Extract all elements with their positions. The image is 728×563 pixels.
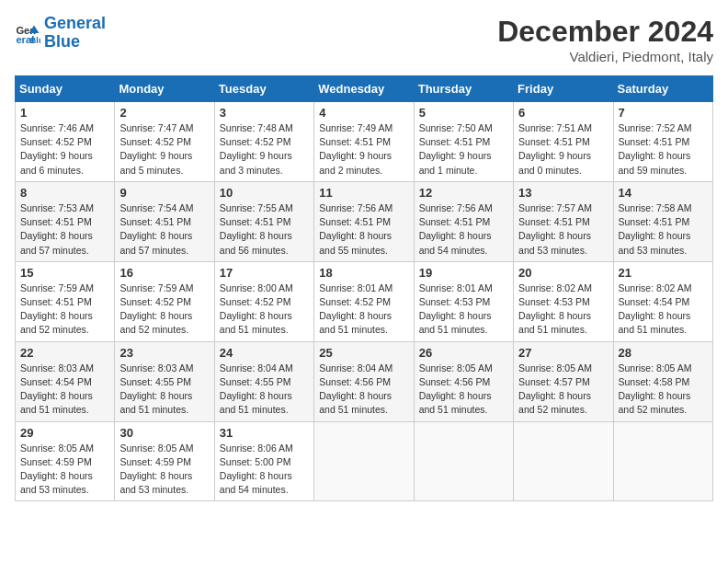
- day-info: Sunrise: 7:58 AM Sunset: 4:51 PM Dayligh…: [619, 201, 708, 258]
- calendar-cell: 11Sunrise: 7:56 AM Sunset: 4:51 PM Dayli…: [314, 181, 414, 261]
- calendar-cell: 30Sunrise: 8:05 AM Sunset: 4:59 PM Dayli…: [115, 421, 214, 501]
- day-number: 26: [419, 346, 508, 360]
- calendar-cell: 29Sunrise: 8:05 AM Sunset: 4:59 PM Dayli…: [16, 421, 115, 501]
- calendar-cell: 22Sunrise: 8:03 AM Sunset: 4:54 PM Dayli…: [16, 341, 115, 421]
- calendar-cell: 18Sunrise: 8:01 AM Sunset: 4:52 PM Dayli…: [314, 261, 414, 341]
- day-number: 6: [518, 106, 608, 120]
- location-subtitle: Valdieri, Piedmont, Italy: [497, 49, 713, 64]
- day-number: 1: [20, 106, 109, 120]
- weekday-wednesday: Wednesday: [314, 76, 414, 102]
- day-info: Sunrise: 8:02 AM Sunset: 4:53 PM Dayligh…: [518, 282, 608, 338]
- day-number: 28: [619, 346, 708, 360]
- calendar-cell: 7Sunrise: 7:52 AM Sunset: 4:51 PM Daylig…: [613, 102, 712, 182]
- calendar-cell: [514, 421, 613, 501]
- day-number: 14: [619, 186, 708, 200]
- weekday-monday: Monday: [115, 76, 214, 102]
- day-number: 29: [20, 426, 109, 440]
- calendar-cell: 20Sunrise: 8:02 AM Sunset: 4:53 PM Dayli…: [514, 261, 613, 341]
- day-number: 11: [319, 186, 408, 200]
- logo-text: General Blue: [44, 15, 106, 52]
- weekday-thursday: Thursday: [414, 76, 513, 102]
- day-info: Sunrise: 8:04 AM Sunset: 4:55 PM Dayligh…: [220, 362, 309, 418]
- calendar-cell: 3Sunrise: 7:48 AM Sunset: 4:52 PM Daylig…: [214, 102, 313, 182]
- day-info: Sunrise: 7:55 AM Sunset: 4:51 PM Dayligh…: [220, 201, 309, 258]
- day-info: Sunrise: 8:01 AM Sunset: 4:52 PM Dayligh…: [319, 282, 408, 338]
- day-number: 7: [619, 106, 708, 120]
- calendar-cell: 25Sunrise: 8:04 AM Sunset: 4:56 PM Dayli…: [314, 341, 414, 421]
- calendar-cell: 6Sunrise: 7:51 AM Sunset: 4:51 PM Daylig…: [514, 102, 613, 182]
- day-info: Sunrise: 8:03 AM Sunset: 4:54 PM Dayligh…: [20, 362, 109, 418]
- logo-icon: Gen eral Blue: [15, 20, 40, 46]
- day-info: Sunrise: 7:49 AM Sunset: 4:51 PM Dayligh…: [319, 121, 408, 178]
- day-number: 8: [20, 186, 109, 200]
- day-info: Sunrise: 8:03 AM Sunset: 4:55 PM Dayligh…: [119, 362, 209, 418]
- calendar-cell: 1Sunrise: 7:46 AM Sunset: 4:52 PM Daylig…: [16, 102, 115, 182]
- logo: Gen eral Blue General Blue: [15, 15, 106, 52]
- day-info: Sunrise: 7:57 AM Sunset: 4:51 PM Dayligh…: [518, 201, 608, 258]
- svg-text:Blue: Blue: [30, 35, 40, 44]
- calendar-cell: 5Sunrise: 7:50 AM Sunset: 4:51 PM Daylig…: [414, 102, 513, 182]
- day-number: 21: [619, 266, 708, 280]
- calendar-cell: 19Sunrise: 8:01 AM Sunset: 4:53 PM Dayli…: [414, 261, 513, 341]
- weekday-sunday: Sunday: [16, 76, 115, 102]
- day-number: 15: [20, 266, 109, 280]
- day-info: Sunrise: 7:46 AM Sunset: 4:52 PM Dayligh…: [20, 121, 109, 178]
- calendar-cell: 4Sunrise: 7:49 AM Sunset: 4:51 PM Daylig…: [314, 102, 414, 182]
- day-info: Sunrise: 8:05 AM Sunset: 4:56 PM Dayligh…: [419, 362, 508, 418]
- page-header: Gen eral Blue General Blue December 2024…: [15, 15, 713, 64]
- calendar-cell: 2Sunrise: 7:47 AM Sunset: 4:52 PM Daylig…: [115, 102, 214, 182]
- day-number: 2: [119, 106, 209, 120]
- calendar-week-4: 22Sunrise: 8:03 AM Sunset: 4:54 PM Dayli…: [16, 341, 713, 421]
- day-info: Sunrise: 7:53 AM Sunset: 4:51 PM Dayligh…: [20, 201, 109, 258]
- calendar-week-1: 1Sunrise: 7:46 AM Sunset: 4:52 PM Daylig…: [16, 102, 713, 182]
- day-info: Sunrise: 8:06 AM Sunset: 5:00 PM Dayligh…: [220, 442, 309, 498]
- day-number: 5: [419, 106, 508, 120]
- weekday-tuesday: Tuesday: [214, 76, 313, 102]
- calendar-cell: 8Sunrise: 7:53 AM Sunset: 4:51 PM Daylig…: [16, 181, 115, 261]
- calendar-cell: [414, 421, 513, 501]
- day-info: Sunrise: 7:50 AM Sunset: 4:51 PM Dayligh…: [419, 121, 508, 178]
- calendar-cell: 9Sunrise: 7:54 AM Sunset: 4:51 PM Daylig…: [115, 181, 214, 261]
- day-number: 10: [220, 186, 309, 200]
- day-number: 17: [220, 266, 309, 280]
- calendar-cell: 23Sunrise: 8:03 AM Sunset: 4:55 PM Dayli…: [115, 341, 214, 421]
- day-number: 18: [319, 266, 408, 280]
- day-number: 22: [20, 346, 109, 360]
- day-info: Sunrise: 8:04 AM Sunset: 4:56 PM Dayligh…: [319, 362, 408, 418]
- calendar-cell: 10Sunrise: 7:55 AM Sunset: 4:51 PM Dayli…: [214, 181, 313, 261]
- calendar-week-5: 29Sunrise: 8:05 AM Sunset: 4:59 PM Dayli…: [16, 421, 713, 501]
- weekday-friday: Friday: [514, 76, 613, 102]
- calendar-table: SundayMondayTuesdayWednesdayThursdayFrid…: [15, 75, 713, 501]
- day-info: Sunrise: 7:56 AM Sunset: 4:51 PM Dayligh…: [419, 201, 508, 258]
- day-number: 31: [220, 426, 309, 440]
- title-block: December 2024 Valdieri, Piedmont, Italy: [497, 15, 713, 64]
- day-info: Sunrise: 7:59 AM Sunset: 4:52 PM Dayligh…: [119, 282, 209, 338]
- calendar-cell: 16Sunrise: 7:59 AM Sunset: 4:52 PM Dayli…: [115, 261, 214, 341]
- day-info: Sunrise: 7:52 AM Sunset: 4:51 PM Dayligh…: [619, 121, 708, 178]
- weekday-saturday: Saturday: [613, 76, 712, 102]
- day-number: 24: [220, 346, 309, 360]
- calendar-cell: 31Sunrise: 8:06 AM Sunset: 5:00 PM Dayli…: [214, 421, 313, 501]
- calendar-cell: 14Sunrise: 7:58 AM Sunset: 4:51 PM Dayli…: [613, 181, 712, 261]
- day-info: Sunrise: 7:47 AM Sunset: 4:52 PM Dayligh…: [119, 121, 209, 178]
- day-info: Sunrise: 8:00 AM Sunset: 4:52 PM Dayligh…: [220, 282, 309, 338]
- day-number: 23: [119, 346, 209, 360]
- logo-line1: General: [44, 14, 106, 32]
- day-number: 27: [518, 346, 608, 360]
- day-number: 9: [119, 186, 209, 200]
- day-info: Sunrise: 7:48 AM Sunset: 4:52 PM Dayligh…: [220, 121, 309, 178]
- calendar-body: 1Sunrise: 7:46 AM Sunset: 4:52 PM Daylig…: [16, 102, 713, 501]
- calendar-cell: 27Sunrise: 8:05 AM Sunset: 4:57 PM Dayli…: [514, 341, 613, 421]
- calendar-cell: 21Sunrise: 8:02 AM Sunset: 4:54 PM Dayli…: [613, 261, 712, 341]
- calendar-cell: 24Sunrise: 8:04 AM Sunset: 4:55 PM Dayli…: [214, 341, 313, 421]
- calendar-cell: 15Sunrise: 7:59 AM Sunset: 4:51 PM Dayli…: [16, 261, 115, 341]
- day-number: 25: [319, 346, 408, 360]
- day-info: Sunrise: 8:05 AM Sunset: 4:58 PM Dayligh…: [619, 362, 708, 418]
- day-info: Sunrise: 7:56 AM Sunset: 4:51 PM Dayligh…: [319, 201, 408, 258]
- day-info: Sunrise: 8:05 AM Sunset: 4:57 PM Dayligh…: [518, 362, 608, 418]
- day-info: Sunrise: 8:05 AM Sunset: 4:59 PM Dayligh…: [119, 442, 209, 498]
- calendar-cell: 26Sunrise: 8:05 AM Sunset: 4:56 PM Dayli…: [414, 341, 513, 421]
- day-info: Sunrise: 7:54 AM Sunset: 4:51 PM Dayligh…: [119, 201, 209, 258]
- calendar-week-3: 15Sunrise: 7:59 AM Sunset: 4:51 PM Dayli…: [16, 261, 713, 341]
- calendar-cell: 28Sunrise: 8:05 AM Sunset: 4:58 PM Dayli…: [613, 341, 712, 421]
